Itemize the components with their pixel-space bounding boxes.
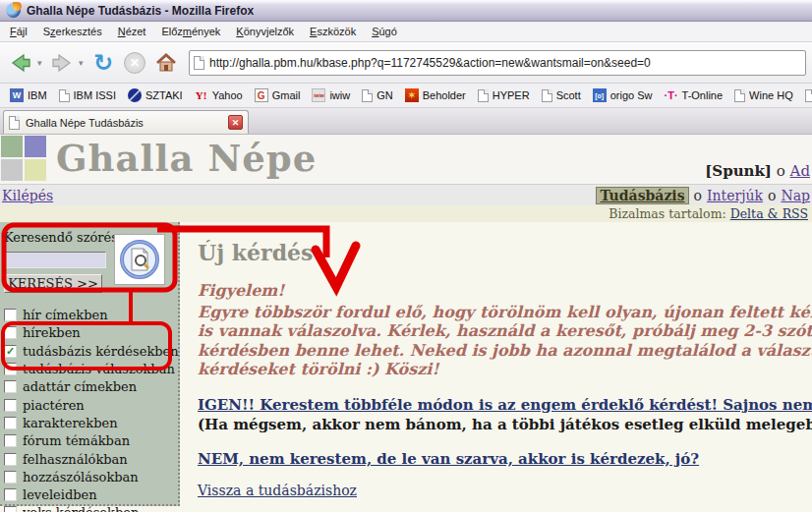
nav-link-interjuk[interactable]: Interjúk — [707, 188, 763, 203]
search-scope-row: karakterekben — [4, 414, 172, 431]
delta-rss-link[interactable]: Delta & RSS — [730, 206, 808, 221]
bookmark-item[interactable]: Gmail — [249, 86, 307, 104]
tab-close-icon[interactable]: ✕ — [228, 115, 243, 130]
back-arrow-icon — [8, 50, 33, 76]
checkbox[interactable]: ✓ — [4, 345, 17, 358]
checkbox[interactable] — [4, 417, 17, 429]
user-name: [Spunk] — [705, 162, 772, 180]
reload-button[interactable]: ↻ — [88, 48, 118, 78]
bookmark-label: IBM ISSI — [74, 89, 116, 101]
warning-line: kérdéseket törölni :) Köszi! — [198, 360, 812, 379]
bookmark-item[interactable]: origo Sw — [587, 86, 659, 104]
bookmark-item[interactable]: IBM — [4, 86, 53, 104]
search-icon-button[interactable] — [114, 234, 165, 285]
stop-button[interactable]: ✕ — [120, 48, 149, 78]
separator: o — [768, 188, 776, 203]
bookmark-favicon-icon — [478, 89, 489, 102]
search-scope-list: hír címekben hírekben ✓ tudásbázis kérdé… — [4, 307, 172, 513]
search-sidebar: Keresendő szórész: KERESÉS >> hír címekb… — [0, 222, 180, 506]
checkbox-label: felhasználókban — [23, 452, 128, 467]
bookmark-item[interactable]: iwiw — [306, 86, 356, 104]
bookmark-item[interactable]: Yahoo — [189, 86, 249, 104]
user-box: [Spunk] o Ad — [705, 162, 810, 180]
checkbox-label: leveleidben — [23, 487, 97, 502]
bookmark-label: Yahoo — [212, 89, 243, 101]
menu-item[interactable]: Fájl — [2, 23, 35, 40]
menu-item[interactable]: Könyvjelzők — [228, 23, 302, 40]
checkbox[interactable] — [4, 488, 17, 501]
site-nav-row: Kilépés Tudásbázis o Interjúk o Nap — [0, 184, 812, 205]
search-button[interactable]: KERESÉS >> — [4, 274, 102, 293]
menu-bar: FájlSzerkesztésNézetElőzményekKönyvjelző… — [0, 22, 812, 42]
search-scope-row: hír címekben — [4, 307, 172, 324]
logo-square-purple — [25, 136, 46, 157]
checkbox-label: voks kérdésekben — [23, 505, 139, 512]
navigation-toolbar: ▾ ▾ ↻ ✕ — [0, 42, 812, 84]
bookmark-item[interactable]: SZTAKI — [122, 86, 189, 104]
menu-item[interactable]: Súgó — [364, 23, 405, 40]
home-icon — [154, 51, 178, 75]
bookmark-favicon-icon — [405, 88, 419, 102]
checkbox[interactable] — [4, 453, 17, 466]
bookmark-item[interactable]: Beholder — [399, 86, 472, 104]
bookmark-item[interactable]: Wine HQ — [728, 87, 799, 104]
checkbox[interactable] — [4, 434, 17, 447]
logo-square-green — [1, 136, 23, 157]
yes-searched-link[interactable]: IGEN!! Kerestem többféle módon is az eng… — [198, 396, 812, 414]
bookmark-item[interactable]: T-Online — [659, 86, 729, 104]
back-to-knowledge-base-link[interactable]: Vissza a tudásbázishoz — [198, 483, 357, 498]
logout-link[interactable]: Kilépés — [2, 188, 53, 203]
back-dropdown-caret[interactable]: ▾ — [37, 58, 45, 68]
no-searched-link[interactable]: NEM, nem kerestem, de le van szarva, akk… — [198, 450, 699, 468]
checkbox[interactable] — [4, 309, 17, 321]
menu-item[interactable]: Eszközök — [302, 23, 364, 40]
nav-link-nap[interactable]: Nap — [781, 188, 810, 203]
warning-text: Figyelem! Egyre többször fordul elő, hog… — [198, 281, 812, 379]
bookmarks-toolbar: IBM IBM ISSI SZTAKI Yahoo Gmail iwiw GN … — [0, 84, 812, 108]
search-scope-row: piactéren — [4, 396, 172, 414]
checkbox-label: tudásbázis kérdésekben — [23, 344, 179, 359]
menu-item[interactable]: Előzmények — [153, 23, 228, 40]
main-column: Új kérdés Figyelem! Egyre többször fordu… — [180, 222, 812, 512]
search-document-icon — [117, 237, 162, 282]
bookmark-item[interactable]: GN — [356, 87, 399, 104]
bookmark-item[interactable]: IBM ISSI — [53, 87, 122, 104]
user-link[interactable]: Ad — [790, 162, 810, 180]
bookmark-label: HYPER — [493, 89, 530, 101]
menu-item[interactable]: Nézet — [110, 23, 154, 40]
bookmark-favicon-icon — [59, 89, 70, 102]
nav-tab-tudasbazis[interactable]: Tudásbázis — [596, 187, 688, 204]
checkbox[interactable] — [4, 399, 17, 412]
tab-ghalla-nepe-tudasbazis[interactable]: Ghalla Népe Tudásbázis ✕ — [3, 110, 249, 134]
menu-item[interactable]: Szerkesztés — [35, 23, 110, 40]
bookmark-item[interactable]: Scott — [536, 87, 587, 104]
checkbox[interactable] — [4, 363, 17, 375]
checkbox[interactable] — [4, 380, 17, 393]
url-bar[interactable] — [189, 50, 806, 76]
url-input[interactable] — [209, 56, 801, 70]
info-row: Bizalmas tartalom: Delta & RSS — [0, 205, 812, 222]
bookmark-label: Beholder — [423, 89, 466, 101]
checkbox-label: karakterekben — [23, 416, 118, 430]
back-button[interactable] — [6, 48, 35, 78]
forward-button[interactable] — [47, 48, 77, 78]
checkbox[interactable] — [4, 471, 17, 484]
search-scope-row: ✓ tudásbázis kérdésekben — [4, 342, 172, 360]
warning-title: Figyelem! — [198, 281, 812, 301]
bookmark-item[interactable]: DistroWa — [799, 87, 812, 104]
checkbox[interactable] — [4, 326, 17, 339]
search-scope-row: fórum témákban — [4, 432, 172, 450]
reload-icon: ↻ — [93, 51, 113, 75]
forward-dropdown-caret[interactable]: ▾ — [79, 58, 87, 68]
bookmark-label: GN — [377, 89, 393, 101]
search-input[interactable] — [4, 252, 106, 268]
bookmark-favicon-icon — [665, 88, 678, 102]
home-button[interactable] — [151, 48, 181, 78]
window-title: Ghalla Népe Tudásbázis - Mozilla Firefox — [27, 4, 254, 18]
page-title: Új kérdés — [198, 240, 812, 265]
bookmark-item[interactable]: HYPER — [472, 87, 536, 104]
title-bar: Ghalla Népe Tudásbázis - Mozilla Firefox — [0, 0, 812, 22]
site-title: Ghalla Népe — [56, 137, 317, 180]
search-scope-row: voks kérdésekben — [4, 504, 172, 512]
checkbox[interactable] — [4, 506, 17, 512]
